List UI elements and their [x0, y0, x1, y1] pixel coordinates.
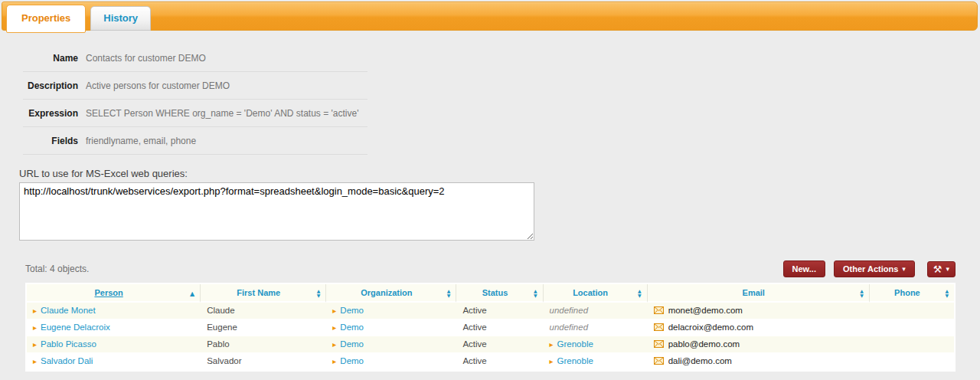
- property-label: Expression: [23, 108, 78, 119]
- excel-url-section: URL to use for MS-Excel web queries: htt…: [19, 168, 980, 241]
- other-actions-label: Other Actions: [843, 264, 898, 274]
- envelope-icon: [654, 323, 664, 331]
- phone-cell: [870, 336, 954, 353]
- first-name-cell: Salvador: [201, 353, 326, 370]
- person-link[interactable]: ▸Claude Monet: [33, 306, 96, 315]
- column-label: Email: [743, 288, 765, 297]
- right-caret-icon: ▸: [550, 340, 554, 349]
- phone-cell: [870, 353, 954, 370]
- column-label: First Name: [237, 288, 280, 297]
- new-button-label: New...: [792, 264, 816, 274]
- email-text: pablo@demo.com: [668, 339, 740, 349]
- sort-both-icon: [534, 289, 537, 297]
- excel-url-label: URL to use for MS-Excel web queries:: [19, 168, 980, 179]
- envelope-icon: [654, 357, 664, 365]
- excel-url-textarea[interactable]: http://localhost/trunk/webservices/expor…: [19, 182, 534, 241]
- email-text: monet@demo.com: [668, 306, 743, 315]
- table-row: ▸Eugene Delacroix Eugene ▸Demo Active un…: [27, 319, 954, 336]
- email-cell: delacroix@demo.com: [648, 319, 870, 336]
- sort-asc-icon: [190, 288, 194, 297]
- column-header-location[interactable]: Location: [544, 284, 648, 303]
- right-caret-icon: ▸: [33, 323, 37, 332]
- tools-menu-button[interactable]: ⚒ ▾: [927, 261, 956, 277]
- location-cell: undefined: [544, 303, 648, 319]
- property-value: SELECT Person WHERE org_name = 'Demo' AN…: [86, 108, 358, 119]
- envelope-icon: [654, 340, 664, 348]
- location-cell: undefined: [544, 319, 648, 336]
- tab-history[interactable]: History: [90, 6, 151, 31]
- tools-icon: ⚒: [933, 264, 942, 274]
- property-label: Fields: [23, 136, 78, 146]
- status-cell: Active: [456, 303, 543, 319]
- sort-both-icon: [860, 289, 864, 297]
- property-row-fields: Fields friendlyname, email, phone: [23, 127, 368, 155]
- sort-both-icon: [317, 289, 321, 297]
- right-caret-icon: ▸: [33, 340, 37, 349]
- column-header-status[interactable]: Status: [456, 284, 543, 303]
- total-objects-label: Total: 4 objects.: [25, 264, 89, 274]
- table-header-row: Person First Name Organization Status Lo…: [27, 284, 954, 303]
- organization-link[interactable]: ▸Demo: [332, 323, 364, 332]
- table-row: ▸Salvador Dali Salvador ▸Demo Active ▸Gr…: [27, 353, 954, 370]
- property-row-expression: Expression SELECT Person WHERE org_name …: [23, 100, 368, 127]
- right-caret-icon: ▸: [332, 323, 336, 332]
- right-caret-icon: ▸: [33, 306, 37, 315]
- status-cell: Active: [456, 353, 543, 370]
- location-link[interactable]: ▸Grenoble: [550, 356, 593, 365]
- email-cell: monet@demo.com: [648, 303, 870, 319]
- properties-fieldset: Name Contacts for customer DEMO Descript…: [23, 44, 368, 155]
- person-link[interactable]: ▸Salvador Dali: [33, 356, 93, 365]
- email-cell: pablo@demo.com: [648, 336, 870, 353]
- column-header-person[interactable]: Person: [27, 284, 201, 303]
- chevron-down-icon: ▾: [902, 266, 906, 273]
- person-link[interactable]: ▸Pablo Picasso: [33, 339, 96, 349]
- new-button[interactable]: New...: [783, 260, 825, 277]
- property-row-description: Description Active persons for customer …: [23, 72, 368, 100]
- property-label: Description: [23, 80, 78, 91]
- organization-link[interactable]: ▸Demo: [332, 306, 364, 315]
- results-table: Person First Name Organization Status Lo…: [27, 284, 954, 370]
- column-header-email[interactable]: Email: [648, 284, 870, 303]
- column-header-phone[interactable]: Phone: [870, 284, 954, 303]
- right-caret-icon: ▸: [33, 357, 37, 365]
- right-caret-icon: ▸: [332, 357, 336, 365]
- other-actions-button[interactable]: Other Actions ▾: [834, 260, 915, 277]
- email-text: delacroix@demo.com: [668, 323, 753, 332]
- column-label: Location: [573, 288, 608, 297]
- organization-link[interactable]: ▸Demo: [332, 339, 364, 349]
- email-text: dali@demo.com: [668, 356, 732, 365]
- location-link[interactable]: ▸Grenoble: [550, 339, 593, 349]
- property-row-name: Name Contacts for customer DEMO: [23, 44, 368, 72]
- sort-both-icon: [447, 289, 451, 297]
- table-row: ▸Pablo Picasso Pablo ▸Demo Active ▸Greno…: [27, 336, 954, 353]
- envelope-icon: [654, 306, 664, 314]
- organization-link[interactable]: ▸Demo: [332, 356, 364, 365]
- first-name-cell: Eugene: [201, 319, 326, 336]
- results-toolbar: Total: 4 objects. New... Other Actions ▾…: [25, 260, 956, 277]
- tab-strip: Properties History: [6, 5, 151, 33]
- property-value: Active persons for customer DEMO: [86, 80, 230, 91]
- column-header-first-name[interactable]: First Name: [201, 284, 326, 303]
- column-label: Phone: [894, 288, 920, 297]
- right-caret-icon: ▸: [332, 340, 336, 349]
- results-table-container: Person First Name Organization Status Lo…: [25, 283, 956, 372]
- column-label: Organization: [361, 288, 412, 297]
- tab-properties[interactable]: Properties: [6, 5, 86, 33]
- column-header-organization[interactable]: Organization: [326, 284, 456, 303]
- table-row: ▸Claude Monet Claude ▸Demo Active undefi…: [27, 303, 954, 319]
- column-label: Person: [94, 288, 122, 297]
- chevron-down-icon: ▾: [946, 266, 949, 273]
- property-value: Contacts for customer DEMO: [86, 53, 206, 64]
- person-link[interactable]: ▸Eugene Delacroix: [33, 323, 110, 332]
- property-label: Name: [23, 53, 78, 64]
- right-caret-icon: ▸: [550, 357, 554, 365]
- property-value: friendlyname, email, phone: [86, 136, 196, 146]
- first-name-cell: Claude: [201, 303, 326, 319]
- status-cell: Active: [456, 336, 543, 353]
- first-name-cell: Pablo: [201, 336, 326, 353]
- phone-cell: [870, 319, 954, 336]
- email-cell: dali@demo.com: [648, 353, 870, 370]
- sort-both-icon: [945, 289, 949, 297]
- phone-cell: [870, 303, 954, 319]
- sort-both-icon: [638, 289, 642, 297]
